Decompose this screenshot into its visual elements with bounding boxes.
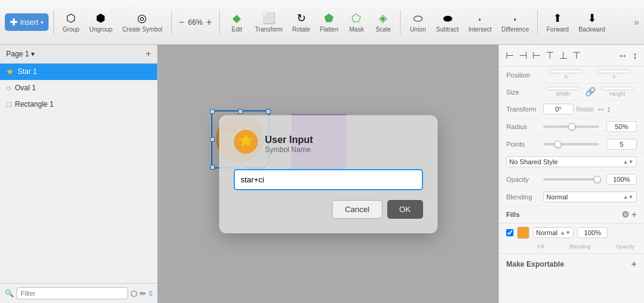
- align-left-icon[interactable]: ⊢: [504, 48, 516, 62]
- ok-button[interactable]: OK: [387, 200, 423, 219]
- filter-bar: 🔍 ⬡ ✏ 0: [0, 283, 157, 303]
- rotate-label: Rotate: [576, 106, 594, 113]
- toolbar-more[interactable]: »: [634, 17, 639, 28]
- mask-label: Mask: [350, 26, 364, 33]
- cancel-button[interactable]: Cancel: [332, 200, 382, 219]
- mask-button[interactable]: ⬠ Mask: [344, 9, 368, 35]
- fill-color-swatch[interactable]: [517, 227, 529, 239]
- align-top-icon[interactable]: ⊤: [544, 48, 556, 62]
- canvas-content: ↖ User Input Symbol Name: [158, 45, 498, 303]
- intersect-icon: ⬫: [476, 12, 483, 25]
- size-label: Size: [506, 88, 540, 96]
- zoom-plus-button[interactable]: +: [206, 17, 212, 28]
- align-middle-v-icon[interactable]: ⊥: [557, 48, 569, 62]
- union-icon: ⬭: [413, 12, 422, 25]
- align-right-icon[interactable]: ⊢: [530, 48, 543, 62]
- flip-buttons: ↔ ↕: [596, 104, 611, 114]
- fill-checkbox[interactable]: [506, 229, 514, 236]
- width-input[interactable]: [546, 87, 580, 90]
- y-input[interactable]: [597, 70, 631, 73]
- radius-value[interactable]: 50%: [606, 121, 637, 132]
- flip-h-icon[interactable]: ↔: [596, 104, 605, 114]
- fills-add-icon[interactable]: +: [632, 210, 637, 219]
- opacity-row: Opacity 100%: [499, 171, 644, 188]
- layer-item-star1[interactable]: ★ Star 1: [0, 64, 157, 80]
- points-row: Points 5: [499, 136, 644, 153]
- fill-blending-arrow: ▲▼: [560, 230, 571, 236]
- backward-icon: ⬇: [588, 12, 597, 25]
- sep3: [219, 10, 220, 35]
- dialog-box: User Input Symbol Name Cancel OK: [219, 115, 438, 233]
- filter-input[interactable]: [16, 287, 128, 299]
- shared-style-dropdown[interactable]: No Shared Style ▲▼: [506, 156, 637, 167]
- width-label: Width: [556, 91, 570, 97]
- fill-opacity-label-text: Opacity: [614, 244, 637, 250]
- rotate-icon: ↻: [297, 12, 306, 25]
- x-label: X: [564, 74, 568, 80]
- layer-item-rect1[interactable]: □ Rectangle 1: [0, 96, 157, 113]
- forward-button[interactable]: ⬆ Forward: [543, 9, 572, 35]
- layer-name-oval1: Oval 1: [15, 84, 36, 92]
- page-title-button[interactable]: Page 1 ▾: [6, 50, 35, 58]
- align-center-h-icon[interactable]: ⊣: [517, 48, 529, 62]
- rotate-button[interactable]: ↻ Rotate: [288, 9, 313, 35]
- dialog-buttons: Cancel OK: [234, 200, 423, 219]
- height-label: Height: [609, 91, 625, 97]
- transform-icon: ⬜: [262, 12, 276, 25]
- radius-slider[interactable]: [543, 125, 599, 128]
- zoom-minus-button[interactable]: −: [179, 17, 185, 28]
- insert-button[interactable]: ✚ Insert ▾: [5, 13, 49, 31]
- layer-toggle-icon[interactable]: ⬡: [130, 289, 137, 298]
- flip-v-icon[interactable]: ↕: [606, 104, 611, 114]
- group-button[interactable]: ⬡ Group: [59, 9, 83, 35]
- height-input[interactable]: [600, 87, 634, 90]
- filter-count: 0: [149, 290, 152, 297]
- opacity-slider[interactable]: [543, 178, 599, 181]
- flatten-button[interactable]: ⬟ Flatten: [316, 9, 342, 35]
- fill-blending-dropdown[interactable]: Normal ▲▼: [533, 227, 574, 238]
- layer-item-oval1[interactable]: ○ Oval 1: [0, 80, 157, 96]
- fills-header: Fills ⚙ +: [499, 206, 644, 224]
- x-input[interactable]: [549, 70, 583, 73]
- fill-row: Normal ▲▼ 100%: [499, 224, 644, 242]
- transform-button[interactable]: ⬜ Transform: [251, 9, 286, 35]
- ungroup-button[interactable]: ⬢ Ungroup: [86, 9, 116, 35]
- align-bottom-icon[interactable]: ⊤: [571, 48, 583, 62]
- create-symbol-button[interactable]: ◎ Create Symbol: [118, 9, 166, 35]
- add-page-button[interactable]: +: [146, 48, 151, 59]
- distribute-h-icon[interactable]: ↔: [616, 49, 629, 62]
- scale-button[interactable]: ◈ Scale: [371, 9, 395, 35]
- lock-icon[interactable]: 🔗: [585, 87, 595, 97]
- distribute-v-icon[interactable]: ↕: [631, 49, 639, 62]
- blending-row: Blending Normal ▲▼: [499, 188, 644, 206]
- opacity-value[interactable]: 100%: [606, 174, 637, 185]
- make-exportable-add-icon[interactable]: +: [631, 259, 637, 270]
- union-button[interactable]: ⬭ Union: [405, 10, 430, 35]
- edit-button[interactable]: ◆ Edit: [225, 9, 249, 35]
- intersect-button[interactable]: ⬫ Intersect: [465, 10, 495, 35]
- fill-opacity-value[interactable]: 100%: [577, 227, 608, 238]
- fill-blending-value: Normal: [536, 229, 557, 236]
- points-value[interactable]: 5: [606, 139, 637, 150]
- pencil-icon[interactable]: ✏: [140, 289, 146, 298]
- blending-arrow: ▲▼: [623, 194, 634, 200]
- page-name: Page 1: [6, 50, 29, 58]
- transform-label: Transform: [506, 105, 540, 113]
- fills-actions: ⚙ +: [622, 210, 637, 219]
- union-label: Union: [410, 26, 425, 33]
- main-area: Page 1 ▾ + ★ Star 1 ○ Oval 1 □ Rectangle…: [0, 45, 644, 303]
- rotate-group: 0° Rotate ↔ ↕: [543, 104, 637, 115]
- align-row: ⊢ ⊣ ⊢ ⊤ ⊥ ⊤ ↔ ↕: [499, 45, 644, 67]
- ungroup-label: Ungroup: [89, 26, 112, 33]
- blending-dropdown[interactable]: Normal ▲▼: [543, 191, 637, 202]
- toolbar: ✚ Insert ▾ ⬡ Group ⬢ Ungroup ◎ Create Sy…: [0, 0, 644, 45]
- fills-gear-icon[interactable]: ⚙: [622, 210, 629, 219]
- rotate-input[interactable]: 0°: [543, 104, 574, 115]
- canvas-area[interactable]: ↖ User Input Symbol Name: [158, 45, 498, 303]
- size-wh: Width 🔗 Height: [543, 87, 637, 97]
- difference-button[interactable]: ⬪ Difference: [498, 10, 532, 35]
- points-slider[interactable]: [543, 143, 599, 145]
- backward-button[interactable]: ⬇ Backward: [575, 9, 609, 35]
- subtract-button[interactable]: ⬬ Subtract: [432, 10, 462, 35]
- symbol-name-input[interactable]: [234, 169, 423, 190]
